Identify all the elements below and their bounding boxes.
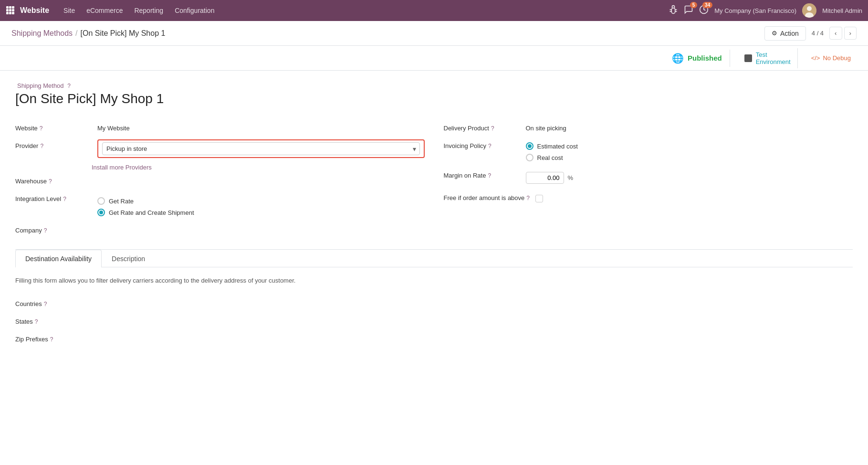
radio-get-rate[interactable]: Get Rate — [97, 197, 425, 205]
company-value[interactable] — [97, 224, 425, 227]
svg-rect-5 — [12, 9, 14, 11]
company-help[interactable]: ? — [44, 227, 47, 234]
shipping-method-help[interactable]: ? — [67, 83, 71, 89]
tabs-section: Destination Availability Description Fil… — [15, 249, 853, 356]
code-icon: </> — [811, 54, 820, 62]
free-if-help[interactable]: ? — [526, 195, 530, 201]
main-content: Shipping Method ? [On Site Pick] My Shop… — [0, 71, 868, 465]
provider-row: Provider ? Pickup in store Fixed Price B… — [15, 136, 425, 162]
margin-input[interactable] — [526, 172, 564, 184]
margin-help[interactable]: ? — [488, 172, 491, 179]
invoicing-policy-row: Invoicing Policy ? Estimated cost Real c… — [444, 136, 853, 165]
published-label: Published — [688, 54, 722, 62]
company-name[interactable]: My Company (San Francisco) — [714, 7, 796, 14]
delivery-product-help[interactable]: ? — [491, 125, 494, 132]
states-help[interactable]: ? — [35, 318, 38, 325]
margin-on-rate-row: Margin on Rate ? % — [444, 165, 853, 188]
margin-value-wrapper: % — [526, 169, 853, 184]
integration-value: Get Rate Get Rate and Create Shipment — [97, 192, 425, 216]
nav-configuration[interactable]: Configuration — [170, 4, 219, 17]
install-more-row: Install more Providers — [15, 164, 425, 171]
website-value: My Website — [97, 122, 425, 132]
bug-icon[interactable] — [669, 5, 678, 17]
tab-description[interactable]: Description — [102, 250, 155, 267]
radio-estimated-label: Estimated cost — [537, 143, 578, 150]
test-env-button[interactable]: TestEnvironment — [738, 48, 798, 68]
radio-real-cost[interactable]: Real cost — [526, 154, 853, 161]
provider-select[interactable]: Pickup in store Fixed Price Based on Rul… — [102, 142, 420, 155]
invoicing-radio-group: Estimated cost Real cost — [526, 142, 853, 161]
brand-name[interactable]: Website — [20, 6, 49, 15]
radio-get-rate-create-label: Get Rate and Create Shipment — [109, 209, 194, 216]
breadcrumb-actions: ⚙ Action 4 / 4 ‹ › — [764, 26, 857, 41]
updates-badge: 34 — [702, 2, 712, 8]
integration-radio-group: Get Rate Get Rate and Create Shipment — [97, 197, 425, 216]
free-if-value — [535, 191, 853, 202]
left-column: Website ? My Website Provider ? Pickup i… — [15, 118, 425, 238]
svg-point-11 — [807, 6, 812, 11]
free-if-checkbox-item[interactable] — [535, 194, 853, 202]
free-if-label: Free if order amount is above ? — [444, 191, 530, 201]
provider-field: Pickup in store Fixed Price Based on Rul… — [97, 139, 425, 158]
gear-icon: ⚙ — [772, 30, 777, 37]
states-label: States ? — [15, 315, 92, 325]
breadcrumb-current: [On Site Pick] My Shop 1 — [81, 29, 166, 38]
delivery-product-value: On site picking — [526, 122, 853, 132]
install-more-link[interactable]: Install more Providers — [92, 164, 425, 171]
zip-prefixes-label: Zip Prefixes ? — [15, 333, 92, 343]
radio-real-cost-circle — [526, 154, 533, 161]
action-button[interactable]: ⚙ Action — [764, 26, 806, 41]
provider-select-wrapper: Pickup in store Fixed Price Based on Rul… — [102, 142, 420, 155]
radio-get-rate-create-circle — [97, 209, 105, 216]
margin-on-rate-label: Margin on Rate ? — [444, 169, 520, 179]
provider-label: Provider ? — [15, 139, 92, 149]
radio-get-rate-label: Get Rate — [109, 198, 134, 205]
nav-ecommerce[interactable]: eCommerce — [82, 4, 127, 17]
test-env-icon — [744, 54, 752, 62]
prev-button[interactable]: ‹ — [829, 27, 842, 40]
countries-row: Countries ? — [15, 294, 853, 311]
invoicing-help[interactable]: ? — [488, 143, 492, 149]
countries-help[interactable]: ? — [44, 301, 47, 307]
form-grid: Website ? My Website Provider ? Pickup i… — [15, 118, 853, 238]
warehouse-label: Warehouse ? — [15, 175, 92, 185]
free-if-row: Free if order amount is above ? — [444, 188, 853, 206]
topnav-right: 5 34 My Company (San Francisco) Mitchell… — [669, 3, 862, 18]
nav-reporting[interactable]: Reporting — [129, 4, 168, 17]
countries-value[interactable] — [97, 297, 853, 300]
states-value[interactable] — [97, 315, 853, 318]
website-help[interactable]: ? — [40, 125, 43, 132]
breadcrumb-parent[interactable]: Shipping Methods — [11, 29, 73, 38]
radio-get-rate-create[interactable]: Get Rate and Create Shipment — [97, 209, 425, 216]
provider-help[interactable]: ? — [40, 143, 43, 149]
clock-icon[interactable]: 34 — [699, 5, 709, 17]
published-status[interactable]: 🌐 Published — [664, 50, 730, 67]
warehouse-help[interactable]: ? — [49, 178, 52, 185]
status-bar: 🌐 Published TestEnvironment </> No Debug — [0, 46, 868, 71]
svg-rect-6 — [6, 12, 9, 14]
tab-content: Filling this form allows you to filter d… — [15, 267, 853, 356]
next-button[interactable]: › — [844, 27, 857, 40]
tab-destination-availability[interactable]: Destination Availability — [15, 250, 102, 267]
grid-icon[interactable] — [6, 6, 14, 16]
free-if-checkbox[interactable] — [535, 195, 543, 202]
avatar[interactable] — [802, 3, 816, 18]
nodebug-button[interactable]: </> No Debug — [805, 52, 857, 64]
nav-site[interactable]: Site — [59, 4, 80, 17]
svg-rect-8 — [12, 12, 14, 14]
radio-real-cost-label: Real cost — [537, 154, 563, 161]
shipping-method-title: [On Site Pick] My Shop 1 — [15, 91, 853, 106]
chat-icon[interactable]: 5 — [684, 5, 693, 17]
countries-label: Countries ? — [15, 297, 92, 307]
warehouse-value[interactable] — [97, 175, 425, 178]
action-label: Action — [780, 30, 799, 37]
integration-help[interactable]: ? — [63, 196, 66, 202]
svg-rect-7 — [9, 12, 11, 14]
nav-counter: 4 / 4 — [812, 30, 824, 37]
radio-estimated[interactable]: Estimated cost — [526, 142, 853, 150]
zip-prefixes-help[interactable]: ? — [50, 336, 53, 343]
tabs-header: Destination Availability Description — [15, 250, 853, 267]
top-navigation: Website Site eCommerce Reporting Configu… — [0, 0, 868, 21]
zip-prefixes-value[interactable] — [97, 333, 853, 336]
states-row: States ? — [15, 311, 853, 329]
